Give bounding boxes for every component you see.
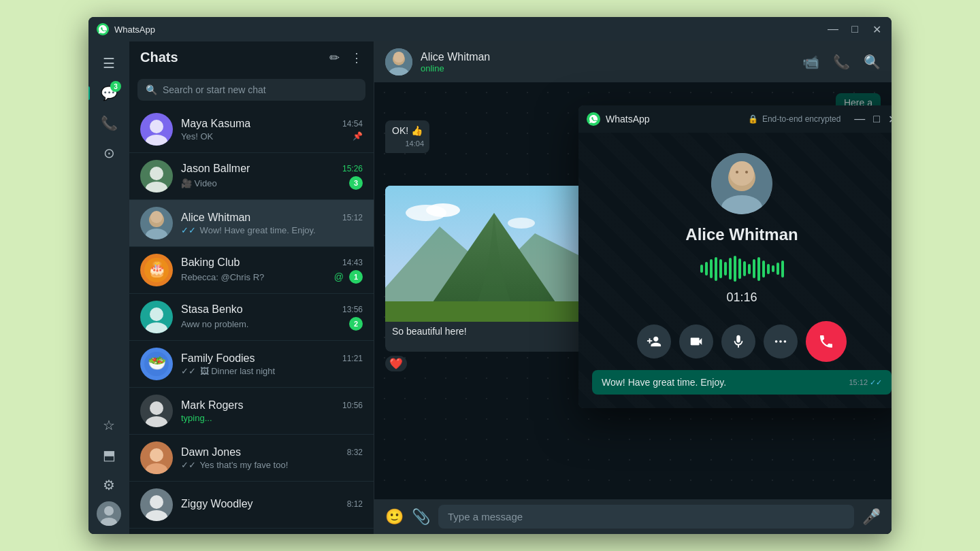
- chat-info: Ziggy Woodley 8:12: [181, 498, 363, 512]
- chat-item[interactable]: 🥗 Family Foodies 11:21 ✓✓ 🖼 Dinner last …: [129, 341, 374, 388]
- search-input[interactable]: [163, 84, 357, 95]
- maximize-button[interactable]: □: [848, 22, 862, 36]
- microphone-icon[interactable]: 🎤: [862, 508, 881, 526]
- wave-bar: [719, 259, 722, 278]
- svg-text:🎂: 🎂: [148, 260, 167, 278]
- avatar-wrap: [140, 207, 173, 239]
- video-call-icon[interactable]: 📹: [802, 54, 819, 70]
- nav-settings-icon[interactable]: ⚙: [95, 471, 122, 499]
- unread-badge: 3: [349, 176, 363, 190]
- mute-button[interactable]: [721, 324, 755, 358]
- call-contact-name: Alice Whitman: [685, 225, 798, 244]
- chat-item[interactable]: Dawn Jones 8:32 ✓✓ Yes that's my fave to…: [129, 435, 374, 482]
- call-close-button[interactable]: ✕: [888, 113, 892, 126]
- chat-time: 15:12: [342, 213, 363, 222]
- double-check-icon: ✓✓: [181, 225, 196, 235]
- chat-avatar: [140, 160, 173, 193]
- wave-bar: [724, 262, 727, 276]
- chats-badge: 3: [110, 81, 121, 92]
- encryption-indicator: 🔒 End-to-end encrypted: [748, 114, 840, 124]
- chat-time: 10:56: [342, 401, 363, 410]
- chat-item[interactable]: Ziggy Woodley 8:12: [129, 482, 374, 529]
- chat-avatar: 🥗: [140, 348, 173, 380]
- call-maximize-button[interactable]: □: [873, 113, 880, 125]
- chat-item[interactable]: Mark Rogers 10:56 typing...: [129, 388, 374, 435]
- chat-time: 8:12: [347, 499, 363, 509]
- chat-time: 11:21: [342, 354, 363, 363]
- svg-point-16: [146, 416, 167, 427]
- user-avatar[interactable]: [97, 501, 121, 526]
- filter-icon[interactable]: ⋮: [350, 50, 363, 65]
- video-call-button[interactable]: [679, 324, 713, 358]
- call-app-logo: [587, 112, 600, 126]
- new-chat-icon[interactable]: ✏: [329, 50, 340, 65]
- minimize-button[interactable]: —: [826, 22, 840, 36]
- chat-item[interactable]: Jason Ballmer 15:26 🎥 Video 3: [129, 153, 374, 200]
- nav-archive-icon[interactable]: ⬒: [95, 441, 122, 469]
- svg-point-0: [104, 506, 114, 516]
- app-logo: [97, 23, 109, 35]
- nav-status-icon[interactable]: ⊙: [95, 139, 122, 167]
- chat-name-row: Baking Club 14:43: [181, 256, 363, 269]
- close-button[interactable]: ✕: [870, 22, 883, 36]
- chat-item[interactable]: Maya Kasuma 14:54 Yes! OK 📌: [129, 106, 374, 153]
- unread-badge: 1: [349, 270, 363, 284]
- chat-name: Ziggy Woodley: [181, 498, 253, 510]
- svg-point-37: [779, 340, 782, 343]
- chat-time: 14:54: [342, 119, 363, 129]
- wave-bar: [767, 264, 770, 274]
- avatar-wrap: 🥗: [140, 348, 173, 380]
- wave-bar: [738, 258, 741, 279]
- wave-bar: [743, 261, 746, 276]
- chat-name-row: Stasa Benko 13:56: [181, 303, 363, 316]
- chat-name-row: Ziggy Woodley 8:12: [181, 498, 363, 510]
- message-caption: So beautiful here! 15:06: [385, 322, 603, 352]
- chat-info: Alice Whitman 15:12 ✓✓ Wow! Have great t…: [181, 212, 363, 235]
- titlebar-controls: — □ ✕: [826, 22, 883, 36]
- wave-bar: [753, 259, 755, 278]
- avatar-wrap: [140, 113, 173, 146]
- nav-calls-icon[interactable]: 📞: [95, 110, 122, 137]
- chat-avatar: [140, 301, 173, 333]
- encryption-text: End-to-end encrypted: [762, 114, 840, 124]
- nav-chats-icon[interactable]: 💬 3: [95, 80, 122, 107]
- chat-info: Mark Rogers 10:56 typing...: [181, 399, 363, 423]
- attach-icon[interactable]: 📎: [412, 508, 430, 526]
- search-input-wrap[interactable]: 🔍: [137, 79, 365, 101]
- wave-bar: [772, 265, 774, 272]
- message-reaction: ❤️: [385, 356, 407, 371]
- search-bar: 🔍: [129, 73, 374, 106]
- nav-menu-icon[interactable]: ☰: [95, 50, 122, 77]
- search-messages-icon[interactable]: 🔍: [864, 54, 881, 70]
- call-minimize-button[interactable]: —: [854, 113, 865, 125]
- wave-bar: [729, 258, 732, 280]
- nav-starred-icon[interactable]: ☆: [95, 412, 122, 439]
- avatar-wrap: [140, 488, 173, 521]
- add-participant-button[interactable]: [637, 324, 671, 358]
- svg-point-20: [146, 510, 167, 521]
- emoji-icon[interactable]: 🙂: [385, 508, 404, 526]
- chat-preview-row: 🎥 Video 3: [181, 176, 363, 190]
- wave-bar: [715, 257, 717, 281]
- more-options-button[interactable]: [764, 324, 798, 358]
- chat-item[interactable]: Stasa Benko 13:56 Aww no problem. 2: [129, 294, 374, 341]
- call-message-time: 15:12 ✓✓: [849, 378, 882, 387]
- voice-call-icon[interactable]: 📞: [833, 54, 850, 70]
- chat-item[interactable]: Alice Whitman 15:12 ✓✓ Wow! Have great t…: [129, 200, 374, 247]
- end-call-button[interactable]: [806, 321, 847, 362]
- chat-avatar: [140, 207, 173, 239]
- svg-point-22: [389, 67, 408, 76]
- double-check-grey-icon: ✓✓: [181, 460, 196, 470]
- message-input[interactable]: [438, 505, 854, 529]
- chat-item[interactable]: 🎂 Baking Club 14:43 Rebecca: @Chris R? @: [129, 247, 374, 294]
- chat-preview: Rebecca: @Chris R?: [181, 272, 331, 282]
- chat-preview: typing...: [181, 413, 363, 423]
- titlebar-title: WhatsApp: [114, 24, 826, 35]
- chat-time: 14:43: [342, 258, 363, 267]
- chat-contact-avatar[interactable]: [385, 48, 412, 76]
- avatar-wrap: [140, 441, 173, 474]
- chat-name-row: Mark Rogers 10:56: [181, 399, 363, 412]
- chat-input-bar: 🙂 📎 🎤: [374, 499, 892, 534]
- chat-preview: Yes! OK: [181, 131, 353, 141]
- search-icon: 🔍: [146, 84, 157, 95]
